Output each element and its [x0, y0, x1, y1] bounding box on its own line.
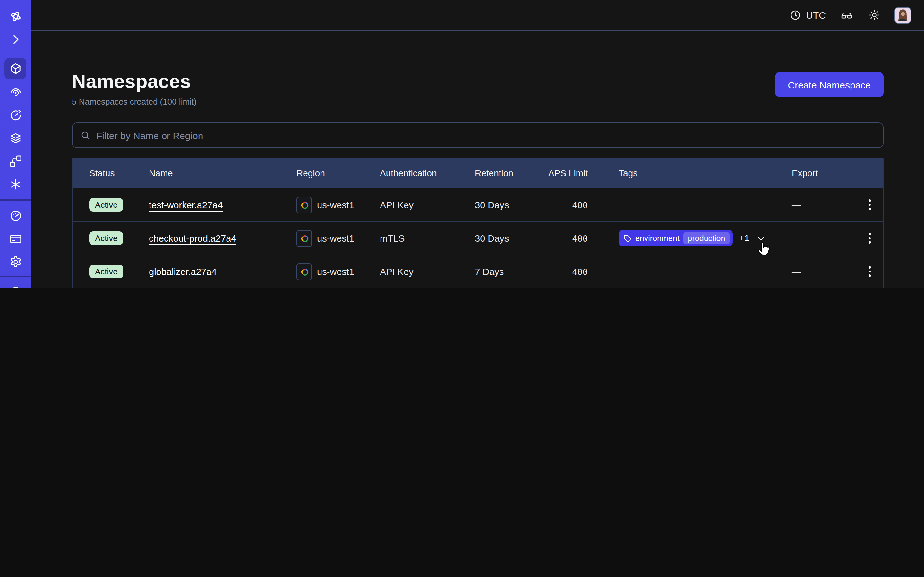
- sidebar-item-deployments[interactable]: [5, 127, 26, 149]
- row-menu-button[interactable]: [860, 195, 879, 214]
- tags-expand-button[interactable]: [756, 233, 766, 243]
- auth-value: API Key: [380, 200, 475, 210]
- export-value: —: [792, 266, 857, 277]
- page-subtitle: 5 Namespaces created (100 limit): [72, 97, 197, 106]
- timezone-selector[interactable]: UTC: [789, 9, 826, 21]
- table-row: Active globalizer.a27a4 us-west1 API Key…: [73, 255, 883, 288]
- tag-icon: [624, 234, 632, 242]
- gcp-region-icon: [296, 263, 312, 280]
- sidebar-item-settings[interactable]: [5, 251, 26, 272]
- credit-card-icon: [9, 232, 22, 245]
- filter-bar: [72, 122, 884, 148]
- namespace-link[interactable]: globalizer.a27a4: [149, 266, 216, 277]
- export-value: —: [792, 200, 857, 210]
- topbar: UTC: [31, 0, 924, 31]
- col-region: Region: [296, 168, 380, 178]
- region-label: us-west1: [317, 200, 354, 210]
- auth-value: mTLS: [380, 233, 475, 243]
- sidebar-divider: [0, 276, 31, 277]
- user-avatar[interactable]: [895, 7, 911, 23]
- tag-chip[interactable]: environment production: [619, 230, 733, 246]
- glasses-icon: [840, 9, 853, 21]
- region-label: us-west1: [317, 266, 354, 277]
- sidebar-item-billing[interactable]: [5, 227, 26, 250]
- retention-value: 7 Days: [475, 266, 548, 277]
- theme-toggle-button[interactable]: [867, 8, 881, 22]
- row-menu-button[interactable]: [860, 229, 879, 248]
- sidebar-expand-chevron-icon[interactable]: [5, 28, 26, 50]
- namespace-link[interactable]: checkout-prod.a27a4: [149, 233, 236, 243]
- main-content: Namespaces 5 Namespaces created (100 lim…: [31, 31, 924, 288]
- timer-icon: [9, 108, 22, 121]
- aps-limit-value: 400: [548, 200, 619, 210]
- table-row: Active sdk-failover.a27a4 us-west1 API K…: [73, 288, 883, 288]
- temporal-logo-icon[interactable]: [5, 5, 26, 27]
- timezone-label: UTC: [806, 10, 826, 21]
- status-badge: Active: [89, 198, 124, 211]
- namespace-link[interactable]: test-worker.a27a4: [149, 200, 223, 210]
- col-status: Status: [89, 168, 149, 178]
- row-menu-button[interactable]: [860, 262, 879, 281]
- gcp-region-icon: [296, 197, 312, 213]
- retention-value: 30 Days: [475, 200, 548, 210]
- status-badge: Active: [89, 265, 124, 278]
- gauge-icon: [9, 209, 22, 222]
- table-row: Active checkout-prod.a27a4 us-west1 mTLS…: [73, 221, 883, 255]
- tag-value: production: [683, 232, 730, 244]
- page-title: Namespaces: [72, 71, 197, 92]
- filter-input[interactable]: [96, 130, 875, 141]
- table-header-row: Status Name Region Authentication Retent…: [73, 158, 883, 188]
- tag-key: environment: [635, 234, 680, 243]
- sidebar-item-nexus[interactable]: [5, 173, 26, 195]
- sidebar-item-usage[interactable]: [5, 205, 26, 226]
- status-badge: Active: [89, 231, 124, 245]
- app-window: 2.35.1 UTC Namespaces 5 Namespaces creat…: [0, 0, 924, 288]
- col-aps-limit: APS Limit: [548, 168, 619, 178]
- sidebar-divider: [0, 199, 31, 201]
- gcp-region-icon: [296, 230, 312, 247]
- sun-icon: [868, 9, 880, 21]
- sidebar: 2.35.1: [0, 0, 31, 288]
- export-value: —: [792, 233, 857, 243]
- branch-nodes-icon: [9, 154, 22, 168]
- asterisk-icon: [9, 177, 22, 191]
- namespaces-table: Status Name Region Authentication Retent…: [72, 158, 884, 288]
- life-ring-icon: [9, 285, 22, 288]
- sidebar-item-schedules[interactable]: [5, 104, 26, 126]
- retention-value: 30 Days: [475, 233, 548, 243]
- col-name: Name: [149, 168, 296, 178]
- col-export: Export: [792, 168, 857, 178]
- region-label: us-west1: [317, 233, 354, 243]
- cube-icon: [9, 62, 22, 75]
- reader-mode-button[interactable]: [839, 8, 853, 22]
- tags-more-count[interactable]: +1: [739, 234, 749, 243]
- clock-icon: [789, 9, 801, 21]
- sidebar-item-batch-operations[interactable]: [5, 150, 26, 172]
- spiral-eye-icon: [9, 85, 22, 98]
- create-namespace-button[interactable]: Create Namespace: [775, 72, 884, 97]
- sidebar-item-support[interactable]: [5, 281, 26, 288]
- auth-value: API Key: [380, 266, 475, 277]
- col-authentication: Authentication: [380, 168, 475, 178]
- gear-icon: [9, 255, 22, 268]
- aps-limit-value: 400: [548, 233, 619, 243]
- sidebar-item-insights[interactable]: [5, 81, 26, 103]
- col-tags: Tags: [619, 168, 792, 178]
- sidebar-item-namespaces[interactable]: [5, 58, 26, 79]
- layers-icon: [9, 131, 22, 145]
- col-retention: Retention: [475, 168, 548, 178]
- tags-cell: environment production +1: [619, 230, 792, 246]
- aps-limit-value: 400: [548, 266, 619, 277]
- search-icon: [80, 130, 90, 140]
- chevron-down-icon: [756, 233, 766, 243]
- table-row: Active test-worker.a27a4 us-west1 API Ke…: [73, 188, 883, 221]
